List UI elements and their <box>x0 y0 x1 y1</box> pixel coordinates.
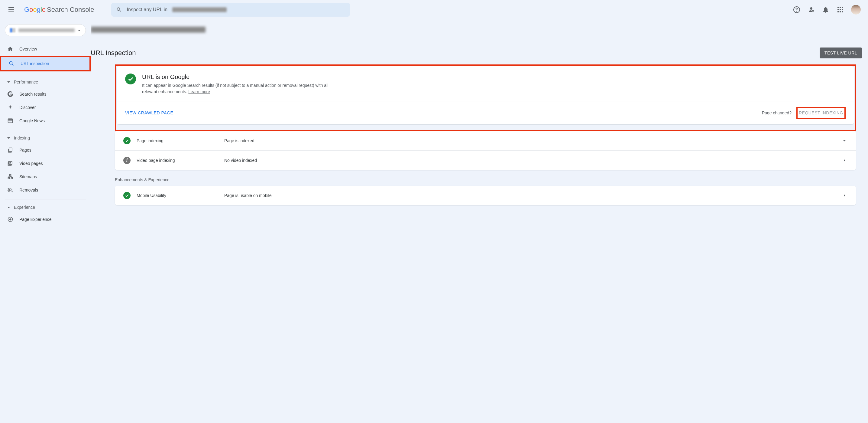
sidebar-item-label: Overview <box>19 47 37 51</box>
detail-value: Page is indexed <box>224 138 835 143</box>
detail-row-mobile-usability[interactable]: Mobile Usability Page is usable on mobil… <box>115 186 856 205</box>
menu-icon[interactable] <box>5 2 19 17</box>
apps-icon[interactable] <box>837 6 844 13</box>
pages-icon <box>7 147 13 153</box>
sidebar-item-search-results[interactable]: Search results <box>0 87 87 101</box>
request-indexing-button[interactable]: REQUEST INDEXING <box>796 107 846 119</box>
main-content: URL Inspection TEST LIVE URL URL is on G… <box>91 19 868 423</box>
sidebar-item-label: Discover <box>19 105 36 110</box>
svg-point-2 <box>812 10 814 11</box>
svg-rect-8 <box>11 178 13 179</box>
sidebar-item-page-experience[interactable]: Page Experience <box>0 213 87 226</box>
sidebar-item-label: Pages <box>19 148 31 152</box>
sitemap-icon <box>7 174 13 180</box>
chevron-right-icon <box>841 157 847 163</box>
enhancements-card: Mobile Usability Page is usable on mobil… <box>115 186 856 205</box>
sidebar-section-performance[interactable]: Performance <box>0 77 91 87</box>
test-live-url-button[interactable]: TEST LIVE URL <box>819 48 862 58</box>
search-prefix: Inspect any URL in <box>127 7 168 12</box>
detail-row-page-indexing[interactable]: Page indexing Page is indexed <box>115 131 856 151</box>
sidebar-item-removals[interactable]: Removals <box>0 184 87 197</box>
product-name: Search Console <box>47 6 94 13</box>
status-card-footer: VIEW CRAWLED PAGE Page changed? REQUEST … <box>117 101 854 124</box>
search-domain-redacted <box>172 7 227 12</box>
search-icon <box>8 60 14 66</box>
detail-label: Video page indexing <box>136 158 218 163</box>
logo[interactable]: Google Search Console <box>24 6 94 13</box>
learn-more-link[interactable]: Learn more <box>188 89 210 94</box>
detail-value: No video indexed <box>224 158 835 163</box>
svg-point-1 <box>797 11 797 11</box>
detail-row-video-indexing[interactable]: i Video page indexing No video indexed <box>115 151 856 170</box>
section-label: Experience <box>14 205 35 210</box>
property-name-redacted <box>19 28 75 32</box>
sidebar-item-google-news[interactable]: Google News <box>0 114 87 128</box>
avatar[interactable] <box>851 5 861 15</box>
detail-value: Page is usable on mobile <box>224 193 835 198</box>
sidebar-item-sitemaps[interactable]: Sitemaps <box>0 170 87 184</box>
enhancements-section-label: Enhancements & Experience <box>115 177 856 182</box>
view-crawled-page-button[interactable]: VIEW CRAWLED PAGE <box>125 110 173 115</box>
section-label: Indexing <box>14 136 30 140</box>
sidebar-item-label: Removals <box>19 188 38 192</box>
experience-icon <box>7 216 13 222</box>
sidebar-section-indexing[interactable]: Indexing <box>0 133 91 143</box>
svg-rect-4 <box>9 148 12 151</box>
page-changed-label: Page changed? <box>762 110 792 115</box>
chevron-right-icon <box>841 192 847 198</box>
sidebar: Overview URL inspection Performance Sear… <box>0 19 91 423</box>
svg-rect-7 <box>8 178 10 179</box>
page-title-row: URL Inspection TEST LIVE URL <box>91 40 862 58</box>
status-card: URL is on Google It can appear in Google… <box>117 66 854 124</box>
collapse-icon <box>7 137 10 139</box>
google-g-icon <box>7 91 13 97</box>
indexing-details-card: Page indexing Page is indexed i Video pa… <box>115 131 856 170</box>
collapse-icon <box>7 81 10 83</box>
removals-icon <box>7 187 13 193</box>
sidebar-item-label: Sitemaps <box>19 174 37 179</box>
collapse-icon <box>7 207 10 208</box>
sidebar-item-overview[interactable]: Overview <box>0 43 87 56</box>
property-selector[interactable] <box>5 24 86 36</box>
inspected-url-header <box>91 19 862 40</box>
sidebar-item-label: Google News <box>19 118 45 123</box>
news-icon <box>7 118 13 124</box>
sidebar-item-url-inspection[interactable]: URL inspection <box>1 57 89 70</box>
check-icon <box>123 192 130 199</box>
search-bar[interactable]: Inspect any URL in <box>111 3 350 17</box>
check-icon <box>125 74 136 84</box>
dropdown-icon <box>78 30 81 31</box>
sidebar-item-pages[interactable]: Pages <box>0 143 87 157</box>
sidebar-item-discover[interactable]: Discover <box>0 101 87 114</box>
discover-icon <box>7 104 13 110</box>
info-icon: i <box>123 157 130 164</box>
chevron-down-icon <box>841 138 847 144</box>
search-icon <box>116 7 122 13</box>
status-description: It can appear in Google Search results (… <box>142 82 330 95</box>
video-icon <box>7 160 13 166</box>
google-logo: Google <box>24 6 45 13</box>
detail-label: Mobile Usability <box>136 193 218 198</box>
notifications-icon[interactable] <box>822 6 829 13</box>
sidebar-item-video-pages[interactable]: Video pages <box>0 157 87 170</box>
section-label: Performance <box>14 80 38 84</box>
help-icon[interactable] <box>793 6 800 13</box>
sidebar-item-label: URL inspection <box>21 61 49 66</box>
home-icon <box>7 46 13 52</box>
check-icon <box>123 137 130 144</box>
users-settings-icon[interactable] <box>808 6 815 13</box>
sidebar-section-experience[interactable]: Experience <box>0 202 91 213</box>
sidebar-item-label: Page Experience <box>19 217 52 222</box>
detail-label: Page indexing <box>136 138 218 143</box>
top-bar: Google Search Console Inspect any URL in <box>0 0 868 19</box>
property-favicon <box>10 28 16 32</box>
sidebar-item-label: Video pages <box>19 161 43 166</box>
status-title: URL is on Google <box>142 74 330 81</box>
inspected-url-redacted <box>91 27 206 33</box>
top-icons <box>793 5 863 15</box>
svg-rect-6 <box>10 175 11 176</box>
sidebar-item-label: Search results <box>19 92 46 96</box>
page-title: URL Inspection <box>91 49 136 57</box>
